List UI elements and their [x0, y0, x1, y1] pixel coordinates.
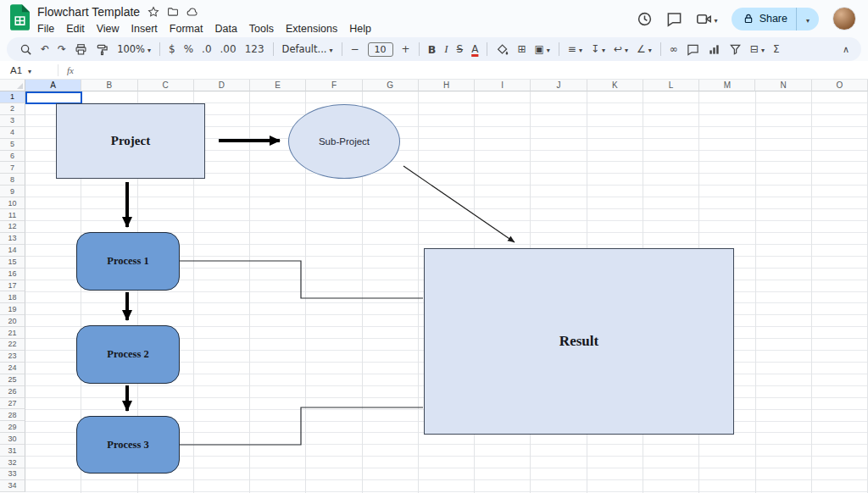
menu-insert[interactable]: Insert [125, 21, 164, 36]
zoom-select[interactable]: 100% [113, 42, 155, 57]
flowchart-process2-shape[interactable]: Process 2 [76, 325, 180, 384]
row-header-9[interactable]: 9 [0, 186, 25, 197]
menu-help[interactable]: Help [343, 21, 377, 36]
star-icon[interactable] [147, 6, 159, 18]
row-header-23[interactable]: 23 [0, 351, 25, 363]
row-header-22[interactable]: 22 [0, 339, 25, 351]
row-header-18[interactable]: 18 [0, 291, 25, 303]
row-header-17[interactable]: 17 [0, 280, 25, 292]
doc-title[interactable]: Flowchart Template [37, 5, 140, 19]
row-header-29[interactable]: 29 [0, 421, 25, 433]
row-header-16[interactable]: 16 [0, 269, 25, 280]
row-header-33[interactable]: 33 [0, 468, 25, 480]
row-header-5[interactable]: 5 [0, 139, 25, 151]
row-header-2[interactable]: 2 [0, 103, 25, 115]
row-header-14[interactable]: 14 [0, 245, 25, 257]
column-header-B[interactable]: B [81, 80, 137, 91]
horizontal-align-icon[interactable]: ≡ [564, 42, 587, 57]
version-history-icon[interactable] [637, 11, 653, 27]
row-header-13[interactable]: 13 [0, 233, 25, 245]
column-header-F[interactable]: F [306, 80, 362, 91]
column-header-O[interactable]: O [812, 80, 868, 91]
row-header-7[interactable]: 7 [0, 162, 25, 174]
insert-comment-icon[interactable] [682, 42, 704, 58]
fill-color-icon[interactable] [492, 42, 513, 58]
row-header-30[interactable]: 30 [0, 433, 25, 445]
comments-icon[interactable] [666, 11, 682, 27]
column-header-E[interactable]: E [250, 80, 306, 91]
menu-data[interactable]: Data [209, 21, 242, 36]
column-header-M[interactable]: M [699, 80, 755, 91]
paint-format-icon[interactable] [92, 42, 113, 58]
row-header-4[interactable]: 4 [0, 127, 25, 139]
decrease-font-size-icon[interactable]: − [347, 42, 364, 57]
text-rotation-icon[interactable]: ∠ [632, 42, 656, 57]
sheet-canvas[interactable]: Project Sub-Project Process 1 Process 2 … [25, 91, 868, 493]
row-header-12[interactable]: 12 [0, 221, 25, 233]
meet-camera-button[interactable] [696, 11, 718, 27]
column-header-C[interactable]: C [138, 80, 194, 91]
row-header-10[interactable]: 10 [0, 197, 25, 209]
column-header-G[interactable]: G [363, 80, 419, 91]
increase-decimals-icon[interactable]: .00 [216, 42, 241, 57]
column-header-H[interactable]: H [419, 80, 475, 91]
column-header-N[interactable]: N [755, 80, 811, 91]
row-header-34[interactable]: 34 [0, 480, 25, 492]
share-button[interactable]: Share [732, 8, 819, 30]
row-header-19[interactable]: 19 [0, 303, 25, 315]
menu-edit[interactable]: Edit [60, 21, 91, 36]
column-header-L[interactable]: L [643, 80, 699, 91]
vertical-align-icon[interactable]: ↧ [587, 42, 609, 57]
menu-file[interactable]: File [31, 21, 60, 36]
column-header-K[interactable]: K [587, 80, 643, 91]
search-icon[interactable] [15, 42, 36, 58]
format-percent-icon[interactable]: % [180, 42, 198, 57]
move-folder-icon[interactable] [167, 6, 179, 18]
sheets-logo-icon[interactable] [10, 4, 30, 30]
collapse-toolbar-icon[interactable]: ∧ [837, 44, 854, 55]
row-header-31[interactable]: 31 [0, 445, 25, 457]
insert-chart-icon[interactable] [704, 42, 725, 58]
column-header-A[interactable]: A [25, 80, 81, 91]
name-box[interactable]: A1 [10, 65, 54, 75]
select-all-corner[interactable] [0, 80, 25, 91]
row-header-6[interactable]: 6 [0, 151, 25, 163]
flowchart-subproject-shape[interactable]: Sub-Project [288, 104, 400, 179]
format-currency-icon[interactable]: $ [164, 42, 180, 57]
menu-tools[interactable]: Tools [243, 21, 280, 36]
menu-extensions[interactable]: Extensions [280, 21, 343, 36]
row-header-26[interactable]: 26 [0, 386, 25, 398]
italic-icon[interactable]: I [440, 41, 452, 58]
column-header-D[interactable]: D [194, 80, 250, 91]
column-header-J[interactable]: J [531, 80, 587, 91]
flowchart-result-shape[interactable]: Result [424, 248, 734, 435]
more-formats-icon[interactable]: 123 [241, 42, 269, 57]
font-family-select[interactable]: Default... [278, 42, 337, 57]
row-header-25[interactable]: 25 [0, 374, 25, 386]
column-header-I[interactable]: I [475, 80, 531, 91]
row-header-27[interactable]: 27 [0, 398, 25, 410]
bold-icon[interactable]: B [424, 42, 441, 58]
functions-icon[interactable]: Σ [769, 42, 784, 57]
row-header-3[interactable]: 3 [0, 115, 25, 127]
text-wrap-icon[interactable]: ↩ [609, 42, 632, 57]
merge-cells-icon[interactable]: ▣ [530, 42, 554, 57]
row-header-11[interactable]: 11 [0, 209, 25, 221]
insert-link-icon[interactable]: ∞ [665, 42, 682, 57]
increase-font-size-icon[interactable]: + [398, 42, 415, 57]
row-header-1[interactable]: 1 [0, 91, 25, 103]
text-color-icon[interactable]: A [467, 42, 482, 57]
row-header-15[interactable]: 15 [0, 257, 25, 269]
avatar[interactable] [832, 7, 856, 30]
share-dropdown-button[interactable] [797, 8, 819, 30]
borders-icon[interactable]: ⊞ [513, 42, 530, 57]
font-size-input[interactable]: 10 [364, 41, 398, 58]
flowchart-process1-shape[interactable]: Process 1 [76, 232, 180, 291]
menu-view[interactable]: View [91, 21, 125, 36]
decrease-decimals-icon[interactable]: .0 [198, 42, 215, 57]
row-header-32[interactable]: 32 [0, 457, 25, 468]
row-header-24[interactable]: 24 [0, 363, 25, 374]
flowchart-process3-shape[interactable]: Process 3 [76, 416, 180, 474]
row-header-21[interactable]: 21 [0, 327, 25, 339]
row-header-8[interactable]: 8 [0, 174, 25, 186]
